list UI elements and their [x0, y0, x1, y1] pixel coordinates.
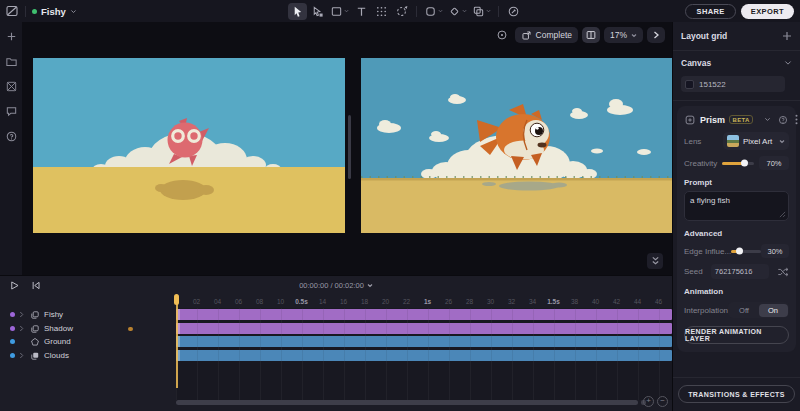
expand-chevron-icon[interactable] [19, 311, 26, 318]
folder-icon[interactable] [5, 55, 18, 68]
canvas-color-input[interactable]: 151522 [681, 76, 785, 92]
time-display-dropdown[interactable]: 00:00:00 / 00:02:00 [0, 276, 672, 294]
next-button[interactable] [647, 27, 665, 43]
edge-influence-slider[interactable] [731, 250, 761, 253]
spread-view-button[interactable] [582, 27, 600, 43]
slider-thumb[interactable] [741, 160, 748, 167]
playhead-handle[interactable] [174, 294, 179, 305]
layer-color-dot [10, 353, 15, 358]
seed-label: Seed [684, 267, 703, 276]
lens-value: Pixel Art [743, 137, 775, 146]
top-bar: Fishy [0, 0, 800, 22]
track-bar-clouds[interactable] [176, 350, 672, 361]
share-button[interactable]: SHARE [685, 4, 735, 19]
layer-row-fishy[interactable]: Fishy [0, 309, 176, 320]
select-cursor-tool[interactable] [288, 3, 307, 20]
layer-row-shadow[interactable]: Shadow [0, 323, 176, 334]
add-icon[interactable] [5, 30, 18, 43]
complete-button[interactable]: Complete [515, 27, 578, 43]
diamond-tool[interactable] [446, 3, 469, 20]
track-bar-shadow[interactable] [176, 323, 672, 334]
interpolation-label: Interpolation [684, 306, 728, 315]
transitions-effects-button[interactable]: TRANSITIONS & EFFECTS [678, 385, 795, 403]
prism-title: Prism [700, 115, 725, 125]
timeline-ruler[interactable]: 02 04 06 08 10 0.5s 14 16 18 20 22 1s 26… [186, 294, 669, 308]
layer-color-dot [10, 326, 15, 331]
lens-dropdown[interactable]: Pixel Art [723, 132, 789, 150]
canvas-area: Complete 17% [22, 22, 672, 275]
expand-chevron-icon[interactable] [19, 352, 26, 359]
timeline-zoom-out-button[interactable]: − [657, 396, 668, 407]
boolean-shapes-tool[interactable] [470, 3, 493, 20]
prompt-input[interactable]: a flying fish [684, 191, 789, 221]
layers-filled-icon [30, 351, 40, 361]
divider [416, 6, 417, 17]
keyframe-marker[interactable] [128, 327, 133, 332]
frame-1-preview[interactable] [33, 58, 345, 233]
interpolation-on-option[interactable]: On [759, 304, 788, 317]
layers-icon [30, 310, 40, 320]
frame-tool[interactable] [422, 3, 445, 20]
layers-icon [30, 324, 40, 334]
divider [498, 6, 499, 17]
chevron-down-icon[interactable] [764, 117, 771, 122]
creativity-slider[interactable] [722, 162, 754, 165]
canvas-vertical-scrollbar[interactable] [348, 115, 351, 179]
layer-row-clouds[interactable]: Clouds [0, 350, 176, 361]
prompt-value: a flying fish [690, 196, 730, 205]
color-swatch[interactable] [685, 80, 694, 89]
seed-input[interactable]: 762175616 [711, 264, 769, 279]
project-menu[interactable]: Fishy [32, 6, 77, 17]
slider-thumb[interactable] [736, 248, 743, 255]
creativity-value[interactable]: 70% [759, 156, 789, 170]
complete-icon [521, 30, 532, 41]
prism-icon [684, 114, 696, 126]
transitions-section: TRANSITIONS & EFFECTS [673, 377, 800, 411]
interpolation-toggle: Off On [728, 302, 789, 318]
layout-grid-title: Layout grid [681, 31, 727, 41]
layer-color-dot [10, 312, 15, 317]
edge-influence-value[interactable]: 30% [761, 244, 789, 258]
prism-panel: Prism BETA Lens Pixel Art Creativity [677, 106, 796, 352]
text-tool[interactable] [352, 3, 371, 20]
help-icon[interactable] [5, 130, 18, 143]
kebab-menu-icon[interactable] [795, 114, 798, 125]
resize-handle-icon[interactable] [779, 211, 786, 218]
add-layout-grid-icon[interactable] [782, 31, 792, 41]
interpolation-off-option[interactable]: Off [730, 304, 759, 317]
shuffle-seed-icon[interactable] [777, 266, 789, 278]
project-status-dot [32, 9, 37, 14]
layer-row-ground[interactable]: Ground [0, 336, 176, 347]
divider [25, 6, 26, 17]
export-button[interactable]: EXPORT [741, 4, 794, 19]
transform-tool[interactable] [392, 3, 411, 20]
layer-name: Shadow [44, 324, 73, 333]
track-bar-ground[interactable] [176, 336, 672, 347]
timeline-horizontal-scrollbar[interactable] [176, 400, 638, 405]
animation-label: Animation [684, 287, 789, 296]
timeline-zoom-in-button[interactable]: + [643, 396, 654, 407]
chevron-down-icon[interactable] [784, 60, 792, 66]
zoom-dropdown[interactable]: 17% [604, 27, 643, 43]
frame-2-preview[interactable] [361, 58, 672, 233]
render-animation-layer-button[interactable]: RENDER ANIMATION LAYER [684, 326, 789, 344]
expand-chevron-icon[interactable] [19, 325, 26, 332]
snapshot-button[interactable] [493, 27, 511, 43]
track-bar-fishy[interactable] [176, 309, 672, 320]
chevron-down-icon [779, 139, 785, 144]
rectangle-tool[interactable] [328, 3, 351, 20]
help-circle-icon[interactable] [778, 115, 788, 125]
comment-tool[interactable] [504, 3, 523, 20]
layer-color-dot [10, 339, 15, 344]
lens-thumbnail [727, 135, 739, 147]
canvas-controls: Complete 17% [493, 27, 665, 43]
collapse-panel-button[interactable] [647, 253, 663, 269]
pixel-grid-tool[interactable] [372, 3, 391, 20]
canvas-section-title: Canvas [681, 58, 711, 68]
assets-icon[interactable] [5, 80, 18, 93]
comments-icon[interactable] [5, 105, 18, 118]
app-logo-icon[interactable] [5, 4, 19, 18]
node-cursor-tool[interactable] [308, 3, 327, 20]
divider [673, 100, 800, 101]
seed-value: 762175616 [715, 267, 753, 276]
